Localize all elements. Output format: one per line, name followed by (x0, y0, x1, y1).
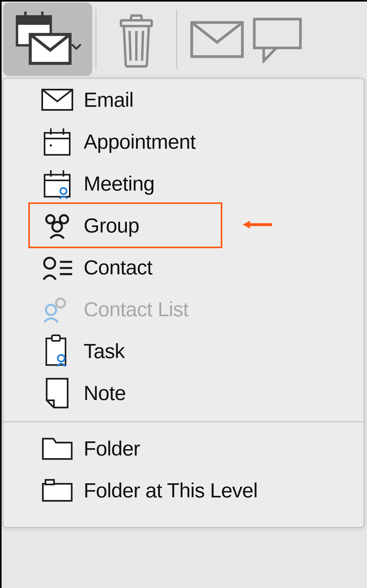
separator (95, 9, 96, 70)
contact-icon (40, 250, 74, 284)
menu-item-label: Contact (84, 256, 152, 279)
svg-point-25 (60, 215, 68, 223)
menu-item-contact[interactable]: Contact (3, 246, 364, 288)
mail-button[interactable] (180, 2, 254, 77)
calendar-person-icon (40, 167, 74, 201)
delete-button[interactable] (100, 2, 173, 77)
menu-item-label: Email (84, 88, 133, 112)
menu-item-label: Contact List (84, 297, 188, 321)
mail-icon (190, 19, 245, 60)
note-icon (40, 376, 74, 410)
menu-item-note[interactable]: Note (3, 372, 364, 414)
new-item-dropdown: Email Appointment Meeting (3, 78, 364, 528)
people-icon (40, 208, 74, 242)
calendar-mail-icon (13, 9, 74, 69)
svg-marker-23 (243, 221, 250, 229)
chat-bubble-icon (251, 16, 304, 63)
svg-rect-34 (52, 335, 60, 341)
svg-rect-37 (45, 480, 54, 485)
menu-item-appointment[interactable]: Appointment (3, 121, 364, 163)
menu-item-label: Note (84, 381, 126, 405)
menu-item-label: Group (84, 214, 139, 237)
menu-item-email[interactable]: Email (3, 79, 364, 121)
svg-point-24 (46, 215, 54, 223)
svg-rect-12 (45, 133, 70, 155)
svg-rect-10 (254, 19, 300, 48)
svg-point-16 (50, 144, 52, 146)
menu-divider (3, 421, 364, 422)
svg-rect-5 (121, 20, 152, 26)
svg-point-31 (56, 299, 65, 308)
reply-button[interactable] (254, 2, 301, 77)
toolbar (2, 2, 367, 77)
clipboard-person-icon (40, 334, 74, 368)
menu-item-task[interactable]: Task (3, 330, 364, 372)
menu-item-label: Task (84, 339, 125, 363)
menu-item-folder[interactable]: Folder (3, 428, 364, 469)
svg-point-27 (44, 258, 55, 269)
trash-icon (111, 11, 161, 68)
folder-icon (40, 431, 74, 465)
separator (176, 9, 177, 70)
menu-item-meeting[interactable]: Meeting (3, 163, 364, 204)
svg-point-26 (52, 222, 62, 231)
svg-rect-36 (43, 484, 72, 501)
folder-tab-icon (40, 473, 74, 507)
menu-item-folder-level[interactable]: Folder at This Level (3, 469, 364, 511)
menu-item-label: Folder at This Level (84, 479, 258, 502)
new-item-button[interactable] (3, 3, 92, 76)
menu-item-label: Appointment (84, 130, 196, 154)
calendar-dot-icon (40, 125, 74, 159)
menu-item-contact-list: Contact List (3, 288, 364, 330)
svg-line-8 (142, 31, 143, 61)
svg-point-32 (46, 305, 56, 315)
people-light-icon (40, 292, 74, 326)
svg-rect-1 (17, 16, 51, 25)
annotation-arrow-icon (241, 215, 275, 234)
menu-item-label: Folder (84, 437, 140, 461)
mail-icon (40, 83, 74, 117)
svg-line-6 (129, 31, 131, 61)
menu-item-group[interactable]: Group (3, 204, 364, 246)
menu-item-label: Meeting (84, 172, 155, 196)
